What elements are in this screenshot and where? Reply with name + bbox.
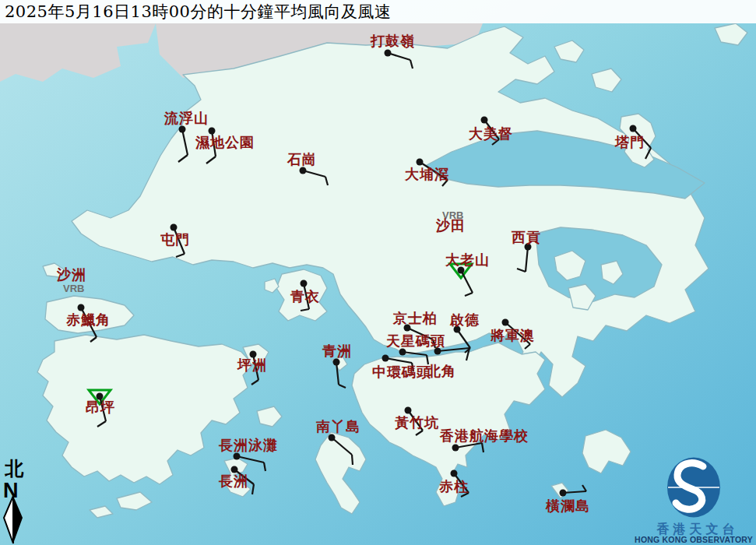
station-dot	[300, 167, 307, 174]
station-label: 沙田	[435, 217, 466, 234]
station-dot	[434, 348, 441, 355]
station-label: 啟德	[449, 311, 480, 328]
station-dot	[301, 280, 308, 287]
station-label: 橫瀾島	[545, 498, 590, 514]
hko-wind-map-page: 2025年5月16日13時00分的十分鐘平均風向及風速	[0, 0, 756, 545]
station-label: 黃竹坑	[395, 414, 439, 431]
station-dot	[329, 434, 336, 441]
station-label: 大美督	[468, 125, 513, 142]
station-label: 大老山	[445, 251, 490, 268]
station-dot	[179, 126, 186, 133]
station-label: 沙洲	[56, 266, 86, 283]
compass-cn-label: 北	[4, 457, 24, 480]
station-dot	[78, 304, 85, 311]
station-label: 中環碼頭	[372, 364, 431, 380]
station-label: 打鼓嶺	[370, 33, 415, 49]
vrb-indicator: VRB	[63, 283, 84, 294]
station-dot	[385, 50, 392, 57]
station-label: 大埔滘	[404, 166, 449, 182]
station-label: 赤柱	[438, 478, 469, 494]
station-dot	[234, 453, 241, 460]
wind-barb-tick	[352, 455, 353, 465]
station-dot	[451, 470, 458, 477]
station-label: 赤鱲角	[65, 311, 111, 328]
station-label: 昂坪	[86, 399, 115, 415]
station-dot	[399, 349, 406, 356]
station-label: 長洲	[218, 473, 248, 489]
station-label: 香港航海學校	[439, 427, 529, 444]
station-label: 天星碼頭	[385, 332, 445, 349]
station-dot	[405, 407, 412, 414]
station-label: 長洲泳灘	[218, 437, 278, 453]
station-dot	[630, 125, 637, 132]
station-dot	[333, 359, 340, 366]
station-label: 京士柏	[392, 310, 438, 326]
station-label: 南丫島	[315, 418, 360, 434]
hong-kong-map: 打鼓嶺流浮山濕地公園石崗大美督塔門大埔滘VRB沙田西貢大老山屯門VRB沙洲赤鱲角…	[0, 0, 756, 545]
station-label: 濕地公園	[195, 134, 255, 150]
station-dot	[560, 490, 567, 497]
map-title: 2025年5月16日13時00分的十分鐘平均風向及風速	[0, 0, 756, 23]
station-dot	[452, 445, 459, 452]
station-label: 屯門	[160, 231, 190, 248]
station-dot	[417, 159, 424, 166]
station-dot	[382, 355, 389, 362]
station-label: 西貢	[511, 229, 541, 245]
station-label: 石崗	[287, 151, 317, 167]
station-dot	[171, 224, 178, 231]
station-label: 將軍澳	[490, 327, 535, 343]
station-dot	[502, 319, 509, 326]
station-label: 青洲	[322, 343, 352, 359]
hko-logo-name-en: HONG KONG OBSERVATORY	[635, 535, 753, 544]
station-label: 坪洲	[237, 357, 267, 373]
station-dot	[481, 117, 488, 124]
station-label: 流浮山	[164, 110, 209, 126]
compass-n-label: N	[3, 479, 19, 502]
station-label: 青衣	[290, 288, 320, 304]
station-label: 塔門	[614, 134, 645, 150]
